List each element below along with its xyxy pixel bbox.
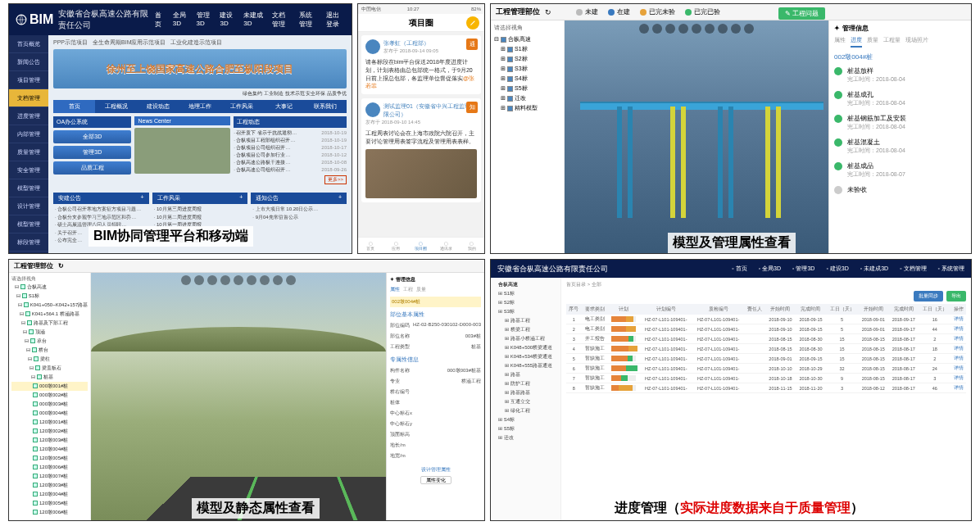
tool-icon[interactable] bbox=[207, 275, 217, 285]
mobile-feed[interactable]: 通张孝虹（工程部）发布于 2018-09-14 09:05请各标段在bim平台保… bbox=[358, 32, 484, 237]
tool-icon[interactable] bbox=[273, 275, 283, 285]
tree-node[interactable]: 120墩005#桩 bbox=[11, 454, 88, 463]
tree-node[interactable]: 120墩004#桩 bbox=[11, 490, 88, 499]
tool-icon[interactable] bbox=[639, 24, 649, 34]
news-item[interactable]: · 合枞项目工程部组织召开…2018-10-19 bbox=[234, 137, 347, 144]
sidebar-item[interactable]: 安全管理 bbox=[9, 161, 48, 179]
tabbar-item[interactable]: ▢应用 bbox=[383, 238, 409, 253]
tool-icon[interactable] bbox=[692, 24, 701, 34]
tree-node[interactable]: 000墩002#桩 bbox=[11, 391, 88, 400]
tree-node[interactable]: ⊞ 迁改 bbox=[493, 433, 558, 442]
menu-item[interactable]: ◦ 首页 bbox=[732, 265, 746, 273]
tree-node[interactable]: ⊞ S5标 bbox=[493, 424, 558, 433]
menu-item[interactable]: ◦ 文档管理 bbox=[900, 265, 926, 273]
tool-icon[interactable] bbox=[181, 275, 191, 285]
tabbar-item[interactable]: ▢我的 bbox=[459, 238, 484, 253]
breadcrumb-item[interactable]: PPP示范项目 bbox=[53, 39, 88, 47]
toolbar-button[interactable]: 导出 bbox=[946, 291, 966, 302]
info-tab[interactable]: 工程量 bbox=[883, 36, 901, 48]
tab-item[interactable]: 首页 bbox=[53, 100, 95, 113]
tree-node[interactable]: ⊞ K048+534桥梁通道 bbox=[493, 352, 558, 361]
sidebar-item[interactable]: 模型管理 bbox=[9, 215, 48, 234]
tree-node[interactable]: 000墩004#桩 bbox=[11, 409, 88, 418]
tool-icon[interactable] bbox=[234, 275, 243, 285]
sidebar-item[interactable]: 项目管理 bbox=[9, 71, 48, 89]
tool-icon[interactable] bbox=[220, 275, 230, 285]
tree-node[interactable]: 120墩006#桩 bbox=[11, 463, 88, 472]
sidebar-item[interactable]: 进度管理 bbox=[9, 107, 48, 125]
tool-icon[interactable] bbox=[744, 24, 754, 34]
sidebar-item[interactable]: 首页概览 bbox=[9, 35, 48, 53]
topmenu-item[interactable]: 退出登录 bbox=[326, 11, 345, 29]
tree-node[interactable]: ⊞ 绿化工程 bbox=[493, 406, 558, 415]
tree-node[interactable]: 120墩005#桩 bbox=[11, 499, 88, 508]
tree-node[interactable]: ⊞ 防护工程 bbox=[493, 379, 558, 388]
tool-icon[interactable] bbox=[678, 24, 688, 34]
sidebar-item[interactable]: 新闻公告 bbox=[9, 53, 48, 71]
list-item[interactable]: · 9月04先常驻首公示 bbox=[252, 214, 345, 222]
action-button[interactable]: ✎ 工程问题 bbox=[778, 7, 825, 20]
tree-node[interactable]: 120墩002#桩 bbox=[11, 427, 88, 436]
tool-icon[interactable] bbox=[665, 24, 675, 34]
tool-icon[interactable] bbox=[260, 275, 270, 285]
list-item[interactable]: · 10月第三周进度周报 bbox=[154, 206, 247, 214]
tool-icon[interactable] bbox=[286, 275, 296, 285]
tree-node[interactable]: ⊟ S1标 bbox=[11, 292, 88, 301]
tree-node[interactable]: ⊟ 梁柱 bbox=[11, 355, 88, 364]
design-link[interactable]: 设计管理属性 bbox=[390, 466, 481, 474]
breadcrumb-item[interactable]: 全生命周期BIM应用示范项目 bbox=[93, 39, 166, 47]
tree-node[interactable]: ⊟ 合枞高速 bbox=[11, 283, 88, 292]
info-tab[interactable]: 进度 bbox=[851, 36, 862, 48]
menu-item[interactable]: ◦ 管理3D bbox=[792, 265, 814, 273]
tree-node[interactable]: ⊟ 桩基 bbox=[11, 373, 88, 382]
list-item[interactable]: · 10月第二周进度周报 bbox=[154, 214, 247, 222]
tree-node[interactable]: ⊞ 迁改 bbox=[494, 93, 560, 103]
tree-node[interactable]: ⊞ K048+555路基通道 bbox=[493, 361, 558, 370]
tree-node[interactable]: ⊞ S5标 bbox=[494, 84, 560, 93]
info-tab[interactable]: 质量 bbox=[867, 36, 878, 48]
tree-node[interactable]: 120墩003#桩 bbox=[11, 481, 88, 490]
tree-node[interactable]: ⊞ S1标 bbox=[493, 289, 558, 298]
tree-node[interactable]: ⊞ 桥梁工程 bbox=[493, 325, 558, 334]
news-item[interactable]: · 合枞项目公司参加行业…2018-10-12 bbox=[234, 152, 347, 159]
more-link[interactable]: 更多>> bbox=[324, 175, 347, 184]
tree-node[interactable]: ⊞ S2标 bbox=[494, 54, 560, 64]
tool-icon[interactable] bbox=[247, 275, 256, 285]
tree-node[interactable]: ⊞ 精料模型 bbox=[494, 103, 560, 113]
tab-item[interactable]: 联系我们 bbox=[305, 100, 347, 113]
tree-node[interactable]: ⊟ 梁盖板石 bbox=[11, 364, 88, 373]
tree-node[interactable]: ⊞ S4标 bbox=[493, 415, 558, 424]
tool-icon[interactable] bbox=[705, 24, 715, 34]
tree-node[interactable]: 120墩001#桩 bbox=[11, 418, 88, 427]
compose-button[interactable] bbox=[466, 16, 479, 29]
detail-link[interactable]: 详情 bbox=[954, 316, 964, 321]
tab-qc[interactable]: 质量 bbox=[416, 286, 426, 293]
tree-node[interactable]: ⊞ S3标 bbox=[494, 64, 560, 74]
tree-node[interactable]: ⊟ 路基及下部工程 bbox=[11, 319, 88, 328]
news-item[interactable]: · 合枞高速公路枞干连接…2018-10-08 bbox=[234, 159, 347, 166]
tab-item[interactable]: 工程概况 bbox=[95, 100, 137, 113]
tree-node[interactable]: ⊞ 路基 bbox=[493, 370, 558, 379]
tree-node[interactable]: ⊞ 路基路基 bbox=[493, 388, 558, 397]
breadcrumb-item[interactable]: 工业化建造示范项目 bbox=[170, 39, 222, 47]
tree-node[interactable]: ⊟ 合枞高速 bbox=[494, 34, 560, 44]
oa-button[interactable]: 品质工程 bbox=[53, 161, 131, 175]
tree-node[interactable]: ⊞ 路基工程 bbox=[493, 316, 558, 325]
detail-link[interactable]: 详情 bbox=[954, 385, 964, 390]
tabbar-item[interactable]: ▢首页 bbox=[358, 238, 383, 253]
tree-node[interactable]: ⊞ 路基小桥涵工程 bbox=[493, 334, 558, 343]
detail-link[interactable]: 详情 bbox=[954, 375, 964, 380]
tabbar-item[interactable]: ▢通讯录 bbox=[433, 238, 459, 253]
detail-link[interactable]: 详情 bbox=[954, 336, 964, 341]
menu-item[interactable]: ◦ 未建成3D bbox=[860, 265, 888, 273]
tree-root[interactable]: 合枞高速 bbox=[493, 280, 558, 289]
tree-node[interactable]: 120墩003#桩 bbox=[11, 436, 88, 445]
tool-icon[interactable] bbox=[652, 24, 662, 34]
sidebar-item[interactable]: 内部管理 bbox=[9, 125, 48, 143]
tree-node[interactable]: ⊟ 桥台 bbox=[11, 346, 88, 355]
tab-attr[interactable]: 属性 bbox=[390, 286, 400, 293]
detail-link[interactable]: 详情 bbox=[954, 365, 964, 370]
topmenu-item[interactable]: 首页 bbox=[155, 11, 165, 29]
news-item[interactable]: · 合枞项目公司组织召开…2018-10-17 bbox=[234, 144, 347, 152]
tree-node[interactable]: ⊞ S1标 bbox=[494, 44, 560, 54]
